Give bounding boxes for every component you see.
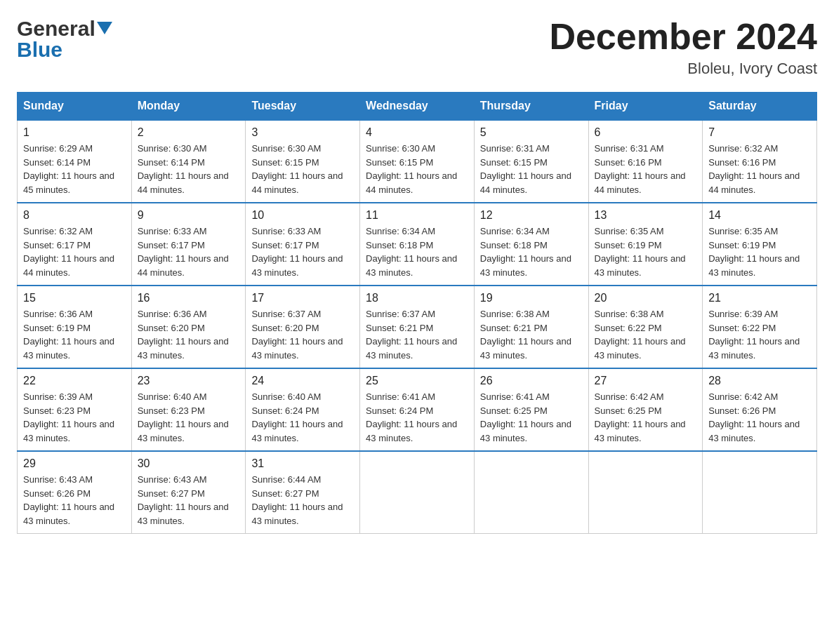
daylight-label: Daylight: 11 hours and 44 minutes.: [138, 170, 229, 195]
calendar-cell: 25 Sunrise: 6:41 AM Sunset: 6:24 PM Dayl…: [360, 368, 475, 451]
calendar-cell: 19 Sunrise: 6:38 AM Sunset: 6:21 PM Dayl…: [474, 286, 588, 368]
calendar-cell: 17 Sunrise: 6:37 AM Sunset: 6:20 PM Dayl…: [246, 286, 360, 368]
day-info: Sunrise: 6:29 AM Sunset: 6:14 PM Dayligh…: [23, 142, 126, 196]
sunset-label: Sunset: 6:15 PM: [251, 157, 319, 168]
sunrise-label: Sunrise: 6:33 AM: [251, 226, 321, 236]
day-number: 3: [251, 126, 354, 139]
location-subtitle: Bloleu, Ivory Coast: [549, 60, 817, 78]
day-info: Sunrise: 6:30 AM Sunset: 6:15 PM Dayligh…: [366, 142, 468, 196]
sunset-label: Sunset: 6:15 PM: [480, 157, 548, 168]
calendar-cell: 20 Sunrise: 6:38 AM Sunset: 6:22 PM Dayl…: [588, 286, 703, 368]
sunrise-label: Sunrise: 6:37 AM: [366, 309, 435, 319]
calendar-cell: 8 Sunrise: 6:32 AM Sunset: 6:17 PM Dayli…: [18, 203, 132, 286]
day-info: Sunrise: 6:42 AM Sunset: 6:25 PM Dayligh…: [595, 390, 697, 445]
calendar-cell: 21 Sunrise: 6:39 AM Sunset: 6:22 PM Dayl…: [703, 286, 817, 368]
daylight-label: Daylight: 11 hours and 43 minutes.: [595, 419, 686, 443]
daylight-label: Daylight: 11 hours and 44 minutes.: [595, 170, 686, 195]
day-number: 9: [138, 209, 240, 222]
daylight-label: Daylight: 11 hours and 43 minutes.: [251, 253, 343, 278]
sunset-label: Sunset: 6:23 PM: [138, 405, 205, 416]
day-info: Sunrise: 6:35 AM Sunset: 6:19 PM Dayligh…: [595, 224, 697, 279]
month-title: December 2024: [549, 17, 817, 57]
day-number: 31: [251, 457, 354, 470]
daylight-label: Daylight: 11 hours and 44 minutes.: [708, 170, 800, 195]
header-day-monday: Monday: [131, 93, 246, 121]
day-info: Sunrise: 6:41 AM Sunset: 6:25 PM Dayligh…: [480, 390, 583, 445]
daylight-label: Daylight: 11 hours and 44 minutes.: [138, 253, 229, 278]
daylight-label: Daylight: 11 hours and 43 minutes.: [708, 419, 800, 443]
sunset-label: Sunset: 6:20 PM: [251, 323, 319, 333]
sunset-label: Sunset: 6:26 PM: [708, 405, 776, 416]
daylight-label: Daylight: 11 hours and 44 minutes.: [23, 253, 114, 278]
sunrise-label: Sunrise: 6:41 AM: [480, 391, 550, 402]
day-number: 20: [595, 292, 697, 304]
day-number: 19: [480, 292, 583, 304]
day-number: 24: [251, 375, 354, 387]
calendar-cell: 16 Sunrise: 6:36 AM Sunset: 6:20 PM Dayl…: [131, 286, 246, 368]
sunset-label: Sunset: 6:17 PM: [251, 240, 319, 250]
daylight-label: Daylight: 11 hours and 43 minutes.: [595, 336, 686, 361]
day-info: Sunrise: 6:44 AM Sunset: 6:27 PM Dayligh…: [251, 473, 354, 528]
sunset-label: Sunset: 6:27 PM: [251, 488, 319, 499]
day-number: 11: [366, 209, 468, 222]
day-number: 10: [251, 209, 354, 222]
daylight-label: Daylight: 11 hours and 43 minutes.: [480, 253, 571, 278]
day-info: Sunrise: 6:30 AM Sunset: 6:15 PM Dayligh…: [251, 142, 354, 196]
header-day-wednesday: Wednesday: [360, 93, 475, 121]
calendar-header-row: SundayMondayTuesdayWednesdayThursdayFrid…: [18, 93, 817, 121]
day-number: 1: [23, 126, 126, 139]
sunrise-label: Sunrise: 6:34 AM: [480, 226, 550, 236]
day-info: Sunrise: 6:38 AM Sunset: 6:21 PM Dayligh…: [480, 307, 583, 362]
sunrise-label: Sunrise: 6:30 AM: [251, 143, 321, 154]
calendar-cell: 24 Sunrise: 6:40 AM Sunset: 6:24 PM Dayl…: [246, 368, 360, 451]
daylight-label: Daylight: 11 hours and 43 minutes.: [366, 253, 457, 278]
calendar-cell: 12 Sunrise: 6:34 AM Sunset: 6:18 PM Dayl…: [474, 203, 588, 286]
day-number: 6: [595, 126, 697, 139]
sunset-label: Sunset: 6:17 PM: [23, 240, 91, 250]
day-number: 29: [23, 457, 126, 470]
sunrise-label: Sunrise: 6:43 AM: [138, 474, 207, 485]
sunrise-label: Sunrise: 6:39 AM: [708, 309, 778, 319]
title-block: December 2024 Bloleu, Ivory Coast: [549, 17, 817, 78]
daylight-label: Daylight: 11 hours and 43 minutes.: [251, 502, 343, 526]
sunrise-label: Sunrise: 6:38 AM: [480, 309, 550, 319]
day-info: Sunrise: 6:34 AM Sunset: 6:18 PM Dayligh…: [480, 224, 583, 279]
calendar-cell: 10 Sunrise: 6:33 AM Sunset: 6:17 PM Dayl…: [246, 203, 360, 286]
sunset-label: Sunset: 6:21 PM: [480, 323, 548, 333]
daylight-label: Daylight: 11 hours and 43 minutes.: [708, 336, 800, 361]
calendar-cell: 28 Sunrise: 6:42 AM Sunset: 6:26 PM Dayl…: [703, 368, 817, 451]
sunset-label: Sunset: 6:22 PM: [595, 323, 662, 333]
logo-text-general: General: [17, 17, 95, 41]
day-number: 7: [708, 126, 811, 139]
sunrise-label: Sunrise: 6:33 AM: [138, 226, 207, 236]
day-info: Sunrise: 6:39 AM Sunset: 6:23 PM Dayligh…: [23, 390, 126, 445]
header-day-sunday: Sunday: [18, 93, 132, 121]
sunrise-label: Sunrise: 6:37 AM: [251, 309, 321, 319]
sunset-label: Sunset: 6:20 PM: [138, 323, 205, 333]
day-info: Sunrise: 6:43 AM Sunset: 6:26 PM Dayligh…: [23, 473, 126, 528]
daylight-label: Daylight: 11 hours and 45 minutes.: [23, 170, 114, 195]
day-number: 17: [251, 292, 354, 304]
logo-text-blue: Blue: [17, 38, 62, 62]
sunset-label: Sunset: 6:18 PM: [480, 240, 548, 250]
calendar-cell: [588, 451, 703, 534]
sunrise-label: Sunrise: 6:36 AM: [23, 309, 93, 319]
day-info: Sunrise: 6:30 AM Sunset: 6:14 PM Dayligh…: [138, 142, 240, 196]
daylight-label: Daylight: 11 hours and 43 minutes.: [138, 502, 229, 526]
calendar-cell: [703, 451, 817, 534]
sunrise-label: Sunrise: 6:42 AM: [708, 391, 778, 402]
daylight-label: Daylight: 11 hours and 43 minutes.: [708, 253, 800, 278]
calendar-table: SundayMondayTuesdayWednesdayThursdayFrid…: [17, 92, 817, 534]
day-number: 5: [480, 126, 583, 139]
day-info: Sunrise: 6:32 AM Sunset: 6:16 PM Dayligh…: [708, 142, 811, 196]
calendar-cell: 15 Sunrise: 6:36 AM Sunset: 6:19 PM Dayl…: [18, 286, 132, 368]
day-info: Sunrise: 6:40 AM Sunset: 6:23 PM Dayligh…: [138, 390, 240, 445]
sunset-label: Sunset: 6:23 PM: [23, 405, 91, 416]
calendar-cell: 23 Sunrise: 6:40 AM Sunset: 6:23 PM Dayl…: [131, 368, 246, 451]
sunset-label: Sunset: 6:27 PM: [138, 488, 205, 499]
sunset-label: Sunset: 6:24 PM: [366, 405, 433, 416]
sunrise-label: Sunrise: 6:30 AM: [138, 143, 207, 154]
sunrise-label: Sunrise: 6:36 AM: [138, 309, 207, 319]
calendar-week-4: 22 Sunrise: 6:39 AM Sunset: 6:23 PM Dayl…: [18, 368, 817, 451]
sunset-label: Sunset: 6:24 PM: [251, 405, 319, 416]
